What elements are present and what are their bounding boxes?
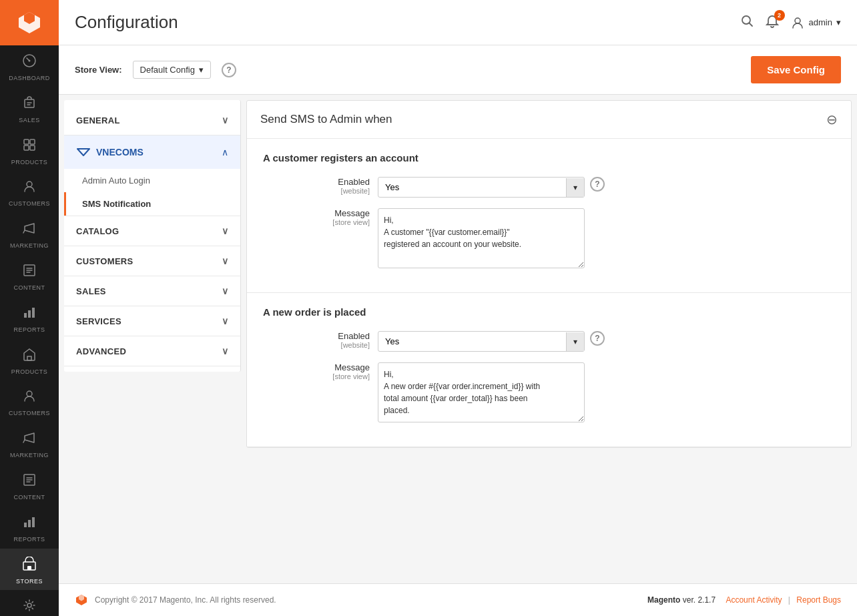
nav-section-advanced: ADVANCED ∨ <box>64 336 240 366</box>
store-view-bar: Store View: Default Config ▾ ? Save Conf… <box>59 45 857 95</box>
panel-card: Send SMS to Admin when ⊖ A customer regi… <box>246 100 852 448</box>
vnecoms-sub-items: Admin Auto Login SMS Notification <box>64 169 240 216</box>
page-title: Configuration <box>75 12 178 33</box>
enabled-row-2: Enabled [website] Yes No ▾ <box>263 331 835 352</box>
customers-icon <box>22 179 37 198</box>
sidebar-label-stores: STORES <box>16 578 43 585</box>
message-control-group-2: Hi, A new order #{{var order.increment_i… <box>378 362 835 422</box>
footer-copyright: Copyright © 2017 Magento, Inc. All right… <box>95 595 276 605</box>
message-control-group-1: Hi, A customer "{{var customer.email}}" … <box>378 208 835 268</box>
sidebar-item-reports[interactable]: REPORTS <box>0 297 59 339</box>
svg-rect-9 <box>24 313 27 318</box>
nav-section-header-general[interactable]: GENERAL ∨ <box>64 105 240 135</box>
sidebar-label-reports2: REPORTS <box>14 536 45 543</box>
store-view-left: Store View: Default Config ▾ ? <box>75 61 236 79</box>
nav-section-header-customers[interactable]: CUSTOMERS ∨ <box>64 246 240 276</box>
user-label: admin <box>809 17 832 27</box>
enabled-select-wrapper-2: Yes No ▾ <box>378 331 585 352</box>
enabled-sublabel-1: [website] <box>263 187 370 195</box>
nav-section-header-services[interactable]: SERVICES ∨ <box>64 306 240 336</box>
chevron-down-icon-customers: ∨ <box>222 256 228 266</box>
enabled-select-1[interactable]: Yes No <box>378 178 566 197</box>
sidebar-item-marketing2[interactable]: MARKETING <box>0 422 59 465</box>
help-icon-enabled-2[interactable]: ? <box>590 331 605 346</box>
nav-section-catalog: CATALOG ∨ <box>64 216 240 246</box>
svg-rect-19 <box>27 566 31 570</box>
svg-rect-5 <box>24 145 29 150</box>
user-menu[interactable]: admin ▾ <box>790 15 841 30</box>
sidebar-label-customers: CUSTOMERS <box>9 200 50 208</box>
panel-section-2: A new order is placed Enabled [website] <box>247 293 851 447</box>
footer: Copyright © 2017 Magento, Inc. All right… <box>59 583 857 616</box>
message-sublabel-2: [store view] <box>263 372 370 380</box>
sidebar: DASHBOARD SALES PRODUCTS CUSTOMERS MARKE… <box>0 0 59 616</box>
sidebar-item-customers[interactable]: CUSTOMERS <box>0 171 59 213</box>
sidebar-label-customers2: CUSTOMERS <box>9 410 50 417</box>
search-icon[interactable] <box>740 13 754 31</box>
content-icon <box>22 263 37 282</box>
nav-item-sms-notification[interactable]: SMS Notification <box>64 192 240 216</box>
sidebar-item-stores[interactable]: STORES <box>0 549 59 591</box>
message-textarea-2[interactable]: Hi, A new order #{{var order.increment_i… <box>378 362 585 422</box>
help-icon-enabled-1[interactable]: ? <box>590 177 605 192</box>
nav-section-label-catalog: CATALOG <box>76 226 119 236</box>
vnecoms-header[interactable]: VNECOMS ∧ <box>64 135 240 169</box>
nav-section-customers: CUSTOMERS ∨ <box>64 246 240 276</box>
two-col-layout: GENERAL ∨ VNECOMS ∧ Ad <box>59 95 857 583</box>
nav-section-header-catalog[interactable]: CATALOG ∨ <box>64 216 240 246</box>
svg-point-23 <box>795 18 800 23</box>
sidebar-item-reports2[interactable]: REPORTS <box>0 507 59 549</box>
sales-icon <box>22 95 37 114</box>
store-view-selector[interactable]: Default Config ▾ <box>133 61 211 79</box>
sidebar-item-marketing[interactable]: MARKETING <box>0 213 59 255</box>
marketing2-icon <box>22 430 37 449</box>
right-panel: Send SMS to Admin when ⊖ A customer regi… <box>241 95 857 583</box>
svg-point-20 <box>27 603 31 607</box>
nav-item-admin-auto-login[interactable]: Admin Auto Login <box>64 169 240 192</box>
enabled-select-2[interactable]: Yes No <box>378 332 566 351</box>
nav-section-header-advanced[interactable]: ADVANCED ∨ <box>64 336 240 366</box>
sidebar-label-content: CONTENT <box>14 284 45 292</box>
sidebar-label-marketing: MARKETING <box>10 242 49 250</box>
sidebar-item-content[interactable]: CONTENT <box>0 255 59 297</box>
help-icon[interactable]: ? <box>222 63 236 77</box>
account-activity-link[interactable]: Account Activity <box>726 595 782 605</box>
nav-section-header-sales[interactable]: SALES ∨ <box>64 276 240 306</box>
message-label-group-1: Message [store view] <box>263 208 370 226</box>
content2-icon <box>22 473 37 491</box>
message-label-1: Message <box>334 208 370 218</box>
nav-section-sales: SALES ∨ <box>64 276 240 306</box>
select-arrow-1: ▾ <box>566 178 584 197</box>
svg-rect-3 <box>24 139 29 144</box>
svg-rect-12 <box>27 356 31 360</box>
sidebar-item-sales[interactable]: SALES <box>0 87 59 129</box>
message-textarea-1[interactable]: Hi, A customer "{{var customer.email}}" … <box>378 208 585 268</box>
magento-version: ver. 2.1.7 <box>683 595 716 605</box>
chevron-down-icon-advanced: ∨ <box>222 346 228 356</box>
report-bugs-link[interactable]: Report Bugs <box>796 595 841 605</box>
store-view-label: Store View: <box>75 65 122 75</box>
chevron-down-icon-services: ∨ <box>222 316 228 326</box>
footer-right: Magento ver. 2.1.7 Account Activity | Re… <box>647 595 841 605</box>
save-config-button[interactable]: Save Config <box>751 56 841 83</box>
topbar-right: 2 admin ▾ <box>740 13 841 31</box>
user-dropdown-arrow: ▾ <box>836 17 841 27</box>
sidebar-item-system[interactable]: SYSTEM <box>0 590 59 616</box>
message-row-1: Message [store view] Hi, A customer "{{v… <box>263 208 835 268</box>
enabled-row-1: Enabled [website] Yes No ▾ <box>263 177 835 198</box>
sidebar-label-sales: SALES <box>19 117 40 124</box>
main-container: Configuration 2 admin ▾ Store View: Defa… <box>59 0 857 616</box>
notifications-bell[interactable]: 2 <box>765 14 780 31</box>
footer-logo-icon <box>75 593 88 607</box>
nav-section-label-services: SERVICES <box>76 316 121 326</box>
collapse-icon[interactable]: ⊖ <box>826 111 838 127</box>
sidebar-item-content2[interactable]: CONTENT <box>0 465 59 507</box>
sidebar-label-products2: PRODUCTS <box>11 368 48 376</box>
sidebar-item-products[interactable]: PRODUCTS <box>0 129 59 172</box>
sidebar-item-products2[interactable]: PRODUCTS <box>0 339 59 381</box>
enabled-control-group-1: Yes No ▾ ? <box>378 177 835 198</box>
svg-point-7 <box>27 182 32 187</box>
message-row-2: Message [store view] Hi, A new order #{{… <box>263 362 835 422</box>
sidebar-item-dashboard[interactable]: DASHBOARD <box>0 45 59 87</box>
sidebar-item-customers2[interactable]: CUSTOMERS <box>0 380 59 422</box>
